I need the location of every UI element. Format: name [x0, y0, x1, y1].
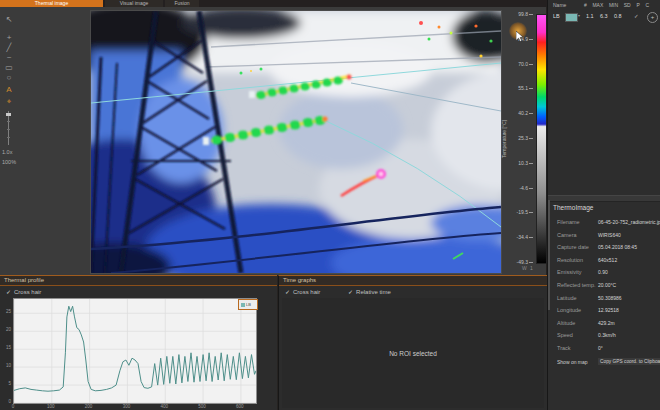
metadata-row: Latitude50.308986 [548, 293, 660, 306]
zoom-tool[interactable]: ⌖ [2, 97, 16, 107]
thermoimage-metadata: Filename06-45-20-752_radiometric.jpgCame… [548, 217, 660, 356]
metadata-label: Reflected temp. [557, 282, 596, 288]
zoom-level-label: 1.0x [2, 149, 12, 155]
metadata-row: CameraWIRIS640 [548, 230, 660, 243]
profile-x-tick: 100 [45, 404, 57, 409]
tab-visual-image[interactable]: Visual image [105, 0, 163, 7]
profile-x-tick: 300 [120, 404, 132, 409]
colorbar-footer: W 1 [522, 265, 534, 271]
roi-col-sd: SD [624, 2, 631, 8]
thermal-profile-chart[interactable] [13, 298, 257, 404]
metadata-row: Speed0.3km/h [548, 330, 660, 343]
metadata-row: Capture date05.04.2018 08:45 [548, 242, 660, 255]
metadata-row: Longitude12.92518 [548, 305, 660, 318]
thermal-profile-title: Thermal profile [0, 276, 277, 286]
polyline-tool[interactable]: ~ [2, 53, 16, 63]
check-icon: ✓ [285, 289, 290, 295]
metadata-row: Track0° [548, 343, 660, 356]
rectangle-tool[interactable]: ▭ [2, 63, 16, 73]
metadata-value: 12.92518 [598, 307, 619, 313]
roi-visible-check[interactable]: ✓ [634, 13, 639, 19]
profile-x-tick: 200 [83, 404, 95, 409]
profile-y-tick: 20 [1, 327, 11, 332]
metadata-value: 0.90 [598, 269, 608, 275]
zoom-slider[interactable] [8, 111, 9, 145]
metadata-value: 0° [598, 345, 603, 351]
panel-splitter[interactable] [548, 195, 660, 202]
metadata-label: Filename [557, 219, 580, 225]
pan-tool[interactable]: + [2, 33, 16, 43]
metadata-value: 429.2m [598, 320, 615, 326]
metadata-label: Resolution [557, 257, 583, 263]
zoom-slider-tick [7, 129, 10, 130]
time-graphs-body[interactable]: No ROI selected [282, 298, 544, 408]
thermal-image-canvas [91, 11, 501, 273]
profile-plot [14, 299, 256, 403]
metadata-label: Track [557, 345, 571, 351]
roi-col-p: P [636, 2, 639, 8]
roi-table-row[interactable]: LB ▾ 1.1 6.3 0.8 ✓ + [548, 11, 660, 23]
metadata-value: 06-45-20-752_radiometric.jpg [598, 219, 660, 225]
add-roi-button[interactable]: + [647, 12, 658, 23]
show-on-map-button[interactable]: Show on map [557, 359, 588, 365]
profile-y-tick: 25 [1, 309, 11, 314]
profile-x-tick: 500 [196, 404, 208, 409]
metadata-value: WIRIS640 [598, 232, 621, 238]
metadata-label: Latitude [557, 295, 577, 301]
no-roi-message: No ROI selected [389, 350, 437, 357]
metadata-value: 640x512 [598, 257, 617, 263]
check-icon: ✓ [348, 289, 353, 295]
colorbar-tick: -34.4 [517, 234, 528, 240]
metadata-row: Resolution640x512 [548, 255, 660, 268]
profile-x-tick: 600 [234, 404, 246, 409]
legend-label: LB [246, 302, 251, 307]
legend-color-icon [241, 303, 245, 307]
zoom-slider-knob[interactable] [6, 113, 11, 116]
tab-fusion[interactable]: Fusion [165, 0, 199, 7]
zoom-slider-tick [7, 137, 10, 138]
tg-crosshair-checkbox[interactable]: ✓Cross hair [285, 289, 320, 295]
profile-legend[interactable]: LB [238, 299, 258, 310]
thermal-profile-panel: Thermal profile ✓Cross hair LB 051015202… [0, 275, 277, 410]
line-tool[interactable]: ╱ [2, 43, 16, 53]
tg-relative-checkbox[interactable]: ✓Relative time [348, 289, 391, 295]
tab-thermal-image[interactable]: Thermal image [0, 0, 103, 7]
colorbar-gradient[interactable] [536, 14, 547, 264]
roi-value-max: 1.1 [586, 13, 594, 19]
thermal-image[interactable] [90, 10, 502, 274]
profile-y-tick: 15 [1, 345, 11, 350]
right-panel: Name #MAXMINSDPC LB ▾ 1.1 6.3 0.8 ✓ + Th… [547, 0, 660, 410]
check-icon: ✓ [6, 289, 11, 295]
tg-crosshair-label: Cross hair [293, 289, 320, 295]
metadata-label: Speed [557, 332, 573, 338]
roi-col-max: MAX [592, 2, 603, 8]
copy-gps-button[interactable]: Copy GPS coord. to Clipboard [598, 358, 660, 365]
time-graphs-title: Time graphs [279, 276, 547, 286]
colorbar-tick: 55.1 [518, 85, 528, 91]
roi-color-swatch[interactable] [565, 13, 578, 22]
metadata-label: Camera [557, 232, 577, 238]
metadata-value: 50.308986 [598, 295, 622, 301]
roi-col-c: C [645, 2, 649, 8]
roi-col-min: MIN [609, 2, 618, 8]
colorbar-tick: 25.3 [518, 135, 528, 141]
colorbar-tick: 10.3 [518, 160, 528, 166]
roi-name: LB [553, 13, 560, 19]
profile-crosshair-checkbox[interactable]: ✓Cross hair [6, 288, 41, 295]
colorbar-tick: -4.6 [519, 185, 528, 191]
thermal-analysis-app: Thermal imageVisual imageFusion 1.0x 100… [0, 0, 660, 410]
chevron-down-icon[interactable]: ▾ [578, 13, 580, 18]
text-tool[interactable]: A [2, 85, 16, 95]
colorbar-tick: 70.0 [518, 61, 528, 67]
zoom-slider-tick [7, 121, 10, 122]
time-graphs-options: ✓Cross hair ✓Relative time [285, 288, 391, 295]
profile-x-tick: 0 [7, 404, 19, 409]
metadata-row: Reflected temp.20.00°C [548, 280, 660, 293]
roi-name-header: Name [553, 2, 566, 8]
mouse-cursor-icon [516, 28, 524, 46]
pointer-tool[interactable]: ↖ [2, 15, 16, 25]
roi-value-min: 6.3 [600, 13, 608, 19]
gps-actions: Show on map Copy GPS coord. to Clipboard [548, 358, 660, 370]
ellipse-tool[interactable]: ○ [2, 73, 16, 83]
metadata-label: Altitude [557, 320, 575, 326]
